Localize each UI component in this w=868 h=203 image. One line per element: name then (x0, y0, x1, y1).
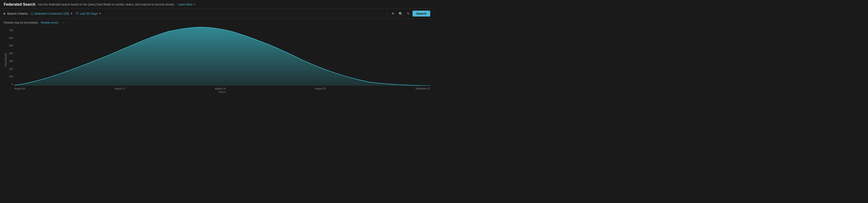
edit-icon: ✎ (407, 12, 410, 16)
x-label-aug11: August 11 (115, 87, 125, 90)
external-link-icon: ↗ (193, 3, 195, 6)
selected-connectors-button[interactable]: ⬡ Selected Connectors (33) ▼ (30, 12, 73, 16)
connectors-label: Selected Connectors (33) (34, 12, 69, 16)
x-labels: August 04 August 11 August 18 August 25 … (14, 86, 430, 90)
zoom-icon: 🔍 (399, 12, 403, 16)
toolbar-right: ✕ 🔍 ✎ Search (386, 10, 430, 17)
y-label-500: 500 (4, 45, 14, 47)
review-errors-link[interactable]: Review errors (41, 21, 58, 24)
x-label-sep01: September 01 (415, 87, 430, 90)
arrow-indicator: ← (62, 21, 66, 25)
search-button[interactable]: Search (412, 10, 430, 17)
time-chevron-icon: ▼ (99, 12, 101, 15)
page-title: Federated Search (4, 2, 35, 7)
header-description: Use this federated search based on the Q… (38, 3, 175, 6)
y-label-200: 200 (4, 68, 14, 70)
chart-area-fill (14, 27, 430, 86)
y-label-100: 100 (4, 75, 14, 78)
results-bar: Results may be incomplete. Review errors… (0, 19, 434, 27)
time-range-button[interactable]: ⏱ Last 30 Days ▼ (75, 12, 101, 16)
x-axis-title: Weeks (14, 91, 430, 93)
search-criteria-button[interactable]: ▶ Search Criteria (4, 12, 28, 16)
time-label: Last 30 Days (80, 12, 98, 16)
x-label-aug18: August 18 (215, 87, 225, 90)
page-header: Federated Search Use this federated sear… (0, 0, 434, 9)
y-axis-title: Total Results (4, 53, 7, 66)
y-label-600: 600 (4, 37, 14, 39)
chart-inner: August 04 August 11 August 18 August 25 … (14, 27, 430, 93)
clear-button[interactable]: ✕ (390, 10, 396, 17)
clear-icon: ✕ (391, 11, 394, 16)
learn-more-label: Learn More (178, 3, 192, 6)
clock-icon: ⏱ (75, 12, 79, 16)
chart-area: Total Results 0 100 200 300 400 500 600 … (0, 27, 434, 93)
chart-container: Total Results 0 100 200 300 400 500 600 … (4, 27, 430, 93)
connectors-icon: ⬡ (30, 12, 33, 16)
toolbar-divider (387, 11, 388, 17)
search-criteria-label: Search Criteria (7, 12, 28, 16)
y-axis: Total Results 0 100 200 300 400 500 600 … (4, 27, 14, 93)
toolbar: ▶ Search Criteria ⬡ Selected Connectors … (0, 9, 434, 19)
toolbar-left: ▶ Search Criteria ⬡ Selected Connectors … (4, 12, 383, 16)
incomplete-results-text: Results may be incomplete. (4, 21, 38, 24)
expand-icon: ▶ (4, 12, 6, 15)
edit-button[interactable]: ✎ (405, 11, 411, 16)
connectors-chevron-icon: ▼ (70, 12, 73, 15)
x-label-aug25: August 25 (315, 87, 326, 90)
zoom-button[interactable]: 🔍 (397, 11, 404, 16)
x-label-aug04: August 04 (14, 87, 25, 90)
learn-more-link[interactable]: Learn More ↗ (178, 3, 195, 6)
chart-svg (14, 27, 430, 86)
y-label-700: 700 (4, 29, 14, 32)
y-label-0: 0 (4, 83, 14, 86)
